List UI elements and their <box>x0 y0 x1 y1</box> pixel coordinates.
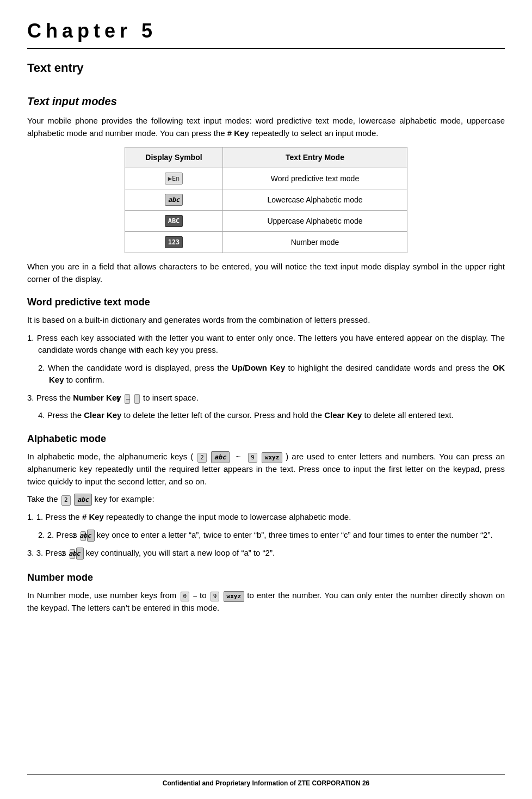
chapter-title: Chapter 5 <box>27 16 505 49</box>
word-predictive-item-4: 4. Press the Clear Key to delete the let… <box>27 409 505 422</box>
nine-num-icon: 9 <box>211 592 220 602</box>
mode-word-predictive: Word predictive text mode <box>223 168 407 189</box>
word-predictive-intro: It is based on a built-in dictionary and… <box>27 314 505 327</box>
table-row: ▶En Word predictive text mode <box>125 168 407 189</box>
word-predictive-item-3: 3. Press the Number Key 0 – to insert sp… <box>27 392 505 404</box>
table-row: 123 Number mode <box>125 232 407 253</box>
symbol-abc-cell: abc <box>125 189 223 211</box>
table-col-symbol: Display Symbol <box>125 147 223 168</box>
mode-number: Number mode <box>223 232 407 253</box>
text-input-after-table: When you are in a field that allows char… <box>27 261 505 285</box>
symbol-123-cell: 123 <box>125 232 223 253</box>
ABC-icon: ABC <box>165 215 183 227</box>
nine-wxyz-icon: 9 <box>248 453 257 463</box>
alphabetic-intro: In alphabetic mode, the alphanumeric key… <box>27 451 505 488</box>
symbol-en-cell: ▶En <box>125 168 223 189</box>
alphabetic-take-key: Take the 2 abc key for example: <box>27 493 505 506</box>
en-icon: ▶En <box>165 173 183 185</box>
wxyz-small-icon: wxyz <box>262 452 283 464</box>
abc-icon-2: abc <box>87 530 95 542</box>
dash-key-icon: – <box>134 394 140 404</box>
zero-num-icon: 0 <box>181 592 190 602</box>
mode-lowercase: Lowercase Alphabetic mode <box>223 189 407 211</box>
alphabetic-heading: Alphabetic mode <box>27 432 505 446</box>
number-mode-text: In Number mode, use number keys from 0 –… <box>27 589 505 614</box>
section-text-input-heading: Text input modes <box>27 93 505 109</box>
table-row: ABC Uppercase Alphabetic mode <box>125 211 407 232</box>
alphabetic-item-2: 2. 2. Press 2abc key once to enter a let… <box>27 529 505 542</box>
wxyz-num-icon: wxyz <box>224 591 245 603</box>
number-mode-heading: Number mode <box>27 570 505 585</box>
number-mode-section: Number mode In Number mode, use number k… <box>27 570 505 653</box>
abc-icon-3: abc <box>76 548 84 560</box>
mode-uppercase: Uppercase Alphabetic mode <box>223 211 407 232</box>
two-abc-icon: 2 <box>197 453 207 463</box>
alphabetic-item-1: 1. 1. Press the # Key repeatedly to chan… <box>27 511 505 524</box>
table-col-mode: Text Entry Mode <box>223 147 407 168</box>
alphabetic-item-3: 3. 3. Press 2abc key continually, you wi… <box>27 547 505 560</box>
abc-example-icon: abc <box>74 494 92 506</box>
text-input-intro: Your mobile phone provides the following… <box>27 115 505 139</box>
abc-small-icon: abc <box>211 451 230 463</box>
two-icon: 2 <box>61 495 71 506</box>
table-row: abc Lowercase Alphabetic mode <box>125 189 407 211</box>
abc-icon: abc <box>165 194 183 206</box>
symbol-ABC-cell: ABC <box>125 211 223 232</box>
page-title: Text entry <box>27 59 505 77</box>
word-predictive-item-2: 2. When the candidate word is displayed,… <box>27 362 505 386</box>
123-icon: 123 <box>165 236 183 248</box>
text-input-table: Display Symbol Text Entry Mode ▶En Word … <box>27 147 505 253</box>
page-footer: Confidential and Proprietary Information… <box>27 775 505 788</box>
word-predictive-heading: Word predictive text mode <box>27 295 505 310</box>
word-predictive-item-1: 1. Press each key associated with the le… <box>27 332 505 357</box>
